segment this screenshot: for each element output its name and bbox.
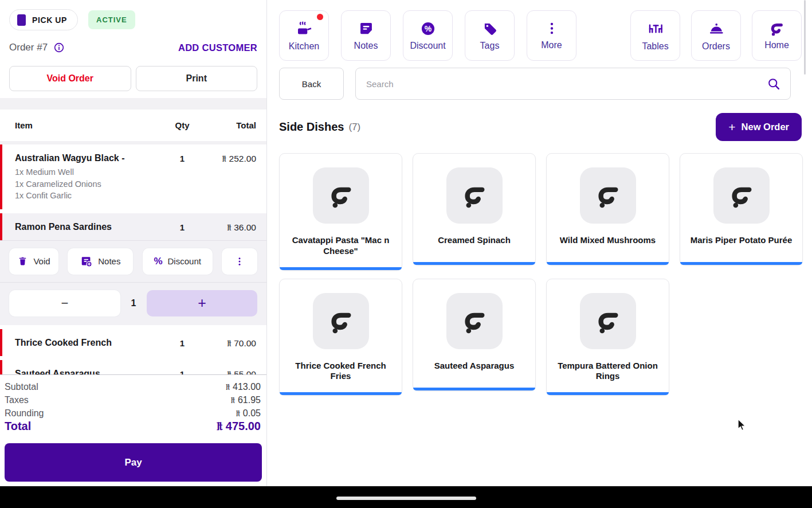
item-qty: 1 [169, 369, 195, 374]
dish-card[interactable]: Maris Piper Potato Purée [680, 153, 803, 265]
print-button[interactable]: Print [136, 66, 258, 91]
status-badge: ACTIVE [88, 10, 135, 29]
card-accent-bar [547, 392, 669, 395]
item-modifier: 1x Medium Well [15, 166, 166, 178]
item-name: Sauteed Asparagus [15, 369, 166, 374]
qty-increase-button[interactable]: + [147, 290, 257, 316]
orders-label: Orders [702, 41, 730, 52]
order-number: Order #7 [9, 42, 48, 53]
card-accent-bar [680, 262, 802, 265]
percent-icon: % [154, 256, 162, 267]
rounding-label: Rounding [5, 407, 44, 420]
taxes-label: Taxes [5, 393, 29, 407]
col-item-label: Item [15, 120, 169, 130]
tables-button[interactable]: Tables [630, 10, 680, 61]
home-indicator[interactable] [336, 497, 476, 500]
home-label: Home [764, 40, 789, 50]
dish-card[interactable]: Creamed Spinach [413, 153, 536, 265]
dish-card[interactable]: Wild Mixed Mushrooms [546, 153, 669, 265]
brand-logo-icon [595, 308, 621, 334]
tags-button[interactable]: More Tags [465, 10, 515, 61]
order-item-row[interactable]: Ramon Pena Sardines 1 ₶ 36.00 [0, 213, 266, 240]
dish-card[interactable]: Sauteed Asparagus [413, 279, 536, 391]
info-icon[interactable] [53, 41, 65, 54]
qty-value: 1 [120, 298, 147, 308]
back-button[interactable]: Back [279, 68, 344, 100]
item-qty: 1 [169, 153, 195, 163]
kebab-menu-icon [544, 21, 559, 36]
selected-item-section: Ramon Pena Sardines 1 ₶ 36.00 Void Notes [0, 213, 266, 325]
item-notes-button[interactable]: Notes [68, 248, 133, 275]
col-qty-label: Qty [169, 120, 195, 130]
tables-label: Tables [642, 41, 668, 52]
home-button[interactable]: Home [752, 10, 802, 61]
subtotal-value: ₶ 413.00 [226, 380, 261, 393]
void-item-label: Void [33, 256, 50, 266]
tag-icon [482, 21, 498, 37]
add-customer-button[interactable]: ADD CUSTOMER [178, 42, 257, 53]
category-title: Side Dishes [279, 120, 344, 134]
order-items-list[interactable]: Australian Wagyu Black - 1x Medium Well … [0, 144, 266, 374]
subtotal-label: Subtotal [5, 380, 38, 393]
item-name: Ramon Pena Sardines [15, 222, 166, 232]
brand-logo-icon [328, 308, 354, 334]
dish-card[interactable]: Thrice Cooked French Fries [279, 279, 402, 396]
system-bottom-bar [0, 486, 812, 508]
quantity-stepper: − 1 + [0, 283, 266, 325]
dish-grid: Cavatappi Pasta "Mac n Cheese" Creamed S… [279, 153, 802, 396]
card-accent-bar [413, 262, 535, 265]
order-item-row[interactable]: Thrice Cooked French 1 ₶ 70.00 [0, 329, 266, 356]
pickup-bag-icon [17, 14, 26, 26]
search-input[interactable] [366, 79, 767, 89]
new-order-button[interactable]: + New Order [716, 113, 802, 141]
kitchen-pan-icon [296, 20, 313, 37]
order-item-row[interactable]: Australian Wagyu Black - 1x Medium Well … [0, 144, 266, 209]
col-total-label: Total [195, 120, 256, 130]
order-item-row[interactable]: Sauteed Asparagus 1 ₶ 55.00 [0, 360, 266, 374]
void-order-button[interactable]: Void Order [9, 66, 131, 91]
kitchen-button[interactable]: Kitchen [279, 10, 329, 61]
order-type-label: PICK UP [32, 15, 67, 25]
item-total: ₶ 36.00 [195, 222, 256, 233]
pay-button[interactable]: Pay [5, 443, 262, 482]
item-more-button[interactable] [222, 248, 257, 275]
search-icon[interactable] [767, 77, 781, 91]
item-modifier: 1x Caramelized Onions [15, 178, 166, 190]
scrollbar-thumb[interactable] [804, 0, 806, 75]
item-total: ₶ 70.00 [195, 338, 256, 349]
item-discount-label: Discount [168, 256, 201, 266]
brand-logo-icon [461, 182, 488, 209]
dish-name: Tempura Battered Onion Rings [552, 361, 663, 382]
notification-dot [317, 14, 323, 20]
notes-button[interactable]: Notes [341, 10, 391, 61]
trash-icon [17, 256, 28, 267]
search-box[interactable] [355, 68, 791, 100]
more-button[interactable]: More [527, 10, 576, 61]
pos-app: PICK UP ACTIVE Order #7 ADD CUSTOMER Voi… [0, 0, 812, 508]
order-type-selector[interactable]: PICK UP [9, 9, 78, 30]
dish-image-placeholder [713, 167, 770, 224]
dish-image-placeholder [446, 167, 503, 224]
search-row: Back [279, 68, 802, 100]
card-accent-bar [280, 267, 402, 270]
tables-icon [647, 20, 664, 37]
qty-decrease-button[interactable]: − [9, 290, 120, 316]
cloche-icon [708, 20, 725, 37]
dish-image-placeholder [446, 293, 503, 349]
note-add-icon [80, 255, 93, 268]
dish-image-placeholder [313, 293, 369, 349]
item-discount-button[interactable]: % Discount [143, 248, 213, 275]
void-item-button[interactable]: Void [9, 248, 58, 275]
dish-card[interactable]: Tempura Battered Onion Rings [546, 279, 669, 396]
kebab-menu-icon [234, 256, 245, 267]
toolbar: Kitchen Notes % Discount More Tags [279, 10, 802, 61]
dish-card[interactable]: Cavatappi Pasta "Mac n Cheese" [279, 153, 402, 271]
item-notes-label: Notes [98, 256, 120, 266]
discount-button[interactable]: % Discount [403, 10, 453, 61]
dish-image-placeholder [580, 167, 636, 224]
discount-label: Discount [410, 41, 445, 51]
card-accent-bar [413, 388, 535, 390]
item-total: ₶ 252.00 [195, 153, 256, 164]
item-total: ₶ 55.00 [195, 369, 256, 374]
orders-button[interactable]: Orders [691, 10, 741, 61]
